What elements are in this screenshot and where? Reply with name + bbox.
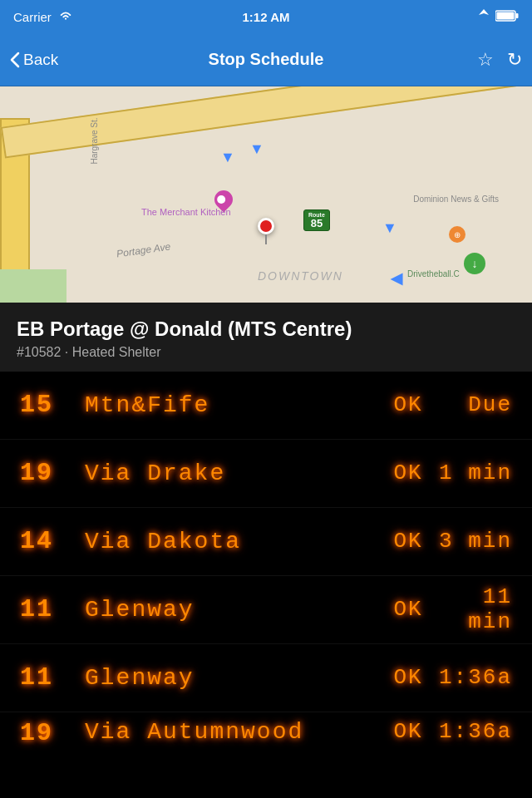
nav-actions: ☆ ↻ [456, 49, 522, 71]
location-icon [479, 9, 489, 25]
schedule-row[interactable]: 11 Glenway OK 11 min [0, 576, 532, 644]
map-arrow-2: ▼ [249, 140, 264, 158]
destination-cell: Glenway [78, 597, 379, 623]
time-cell: 1:36a [437, 719, 512, 744]
time-cell: 3 min [437, 529, 512, 554]
route-number-cell: 14 [20, 527, 78, 555]
destination-cell: Mtn&Fife [78, 392, 379, 418]
route-number-cell: 19 [20, 719, 78, 747]
route-number-cell: 15 [20, 391, 78, 419]
page-title: Stop Schedule [76, 50, 456, 69]
stop-name: EB Portage @ Donald (MTS Centre) [17, 318, 515, 342]
battery-icon [495, 10, 519, 24]
map-pin-line [265, 234, 267, 244]
map-pin-circle [258, 218, 274, 234]
status-bar: Carrier 1:12 AM [0, 0, 532, 33]
schedule-row[interactable]: 15 Mtn&Fife OK Due [0, 372, 532, 440]
back-label: Back [23, 51, 58, 69]
destination-cell: Glenway [78, 665, 379, 691]
stop-amenity: Heated Shelter [72, 345, 161, 359]
nav-bar: Back Stop Schedule ☆ ↻ [0, 33, 532, 86]
status-cell: OK [379, 665, 437, 690]
route-number: 85 [308, 218, 325, 229]
portage-road [1, 86, 532, 159]
merchant-label: The Merchant Kitchen [141, 207, 208, 217]
status-cell: OK [379, 597, 437, 622]
route-number-cell: 19 [20, 459, 78, 487]
map-area: Hargrave St. Portage Ave DOWNTOWN The Me… [0, 86, 532, 303]
svg-rect-3 [497, 12, 515, 19]
stop-details: #10582 · Heated Shelter [17, 345, 515, 360]
status-cell: OK [379, 461, 437, 485]
orange-map-icon: ⊕ [449, 226, 466, 243]
route-number-cell: 11 [20, 663, 78, 692]
status-cell: OK [379, 392, 437, 417]
time-cell: 1:36a [437, 665, 512, 690]
map-arrow-4: ▼ [382, 219, 397, 237]
status-time: 1:12 AM [243, 10, 290, 24]
stop-info: EB Portage @ Donald (MTS Centre) #10582 … [0, 303, 532, 372]
map-arrow-1: ▼ [220, 149, 235, 166]
back-button[interactable]: Back [10, 51, 76, 69]
schedule-row[interactable]: 14 Via Dakota OK 3 min [0, 508, 532, 576]
schedule-board: 15 Mtn&Fife OK Due 19 Via Drake OK 1 min… [0, 372, 532, 762]
map-arrow-3: ◀ [391, 269, 402, 288]
route-number-cell: 11 [20, 595, 78, 623]
bookmark-icon[interactable]: ☆ [477, 49, 494, 71]
destination-cell: Via Dakota [78, 529, 379, 554]
status-cell: OK [379, 719, 437, 744]
route-badge: Route 85 [303, 209, 330, 231]
stop-id: #10582 [17, 345, 61, 359]
time-cell: 11 min [437, 584, 512, 634]
downtown-label: DOWNTOWN [258, 269, 343, 283]
driveball-label: Drivetheball.C [407, 269, 460, 278]
svg-rect-2 [516, 13, 519, 18]
status-cell: OK [379, 529, 437, 554]
hargrave-label: Hargrave St. [90, 117, 99, 164]
map-canvas: Hargrave St. Portage Ave DOWNTOWN The Me… [0, 86, 532, 303]
carrier-label: Carrier [13, 10, 52, 24]
time-cell: 1 min [437, 461, 512, 485]
park-area [0, 269, 66, 303]
green-map-icon: ↓ [464, 253, 485, 274]
schedule-row[interactable]: 19 Via Drake OK 1 min [0, 440, 532, 508]
destination-cell: Via Autumnwood [78, 719, 379, 745]
dominion-label: Dominion News & Gifts [407, 195, 499, 204]
refresh-icon[interactable]: ↻ [507, 49, 522, 71]
portage-label: Portage Ave [116, 241, 171, 260]
destination-cell: Via Drake [78, 461, 379, 486]
time-cell: Due [437, 392, 512, 417]
schedule-row[interactable]: 11 Glenway OK 1:36a [0, 644, 532, 712]
schedule-row[interactable]: 19 Via Autumnwood OK 1:36a [0, 712, 532, 762]
map-pin [258, 218, 274, 244]
wifi-icon [58, 10, 73, 24]
svg-marker-0 [479, 9, 489, 15]
stop-separator: · [65, 345, 72, 359]
